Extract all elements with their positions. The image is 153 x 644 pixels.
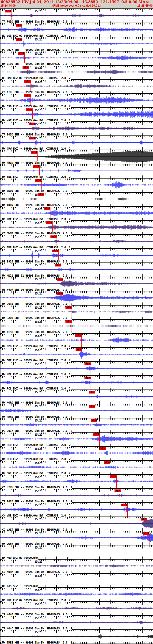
pick-flag[interactable]: ×T 4 bbox=[115, 490, 121, 492]
pick-flag[interactable]: ×T 4 bbox=[24, 94, 31, 97]
pick-flag[interactable]: ×T 4 bbox=[121, 504, 128, 506]
time-tick-label: 15:25 bbox=[34, 461, 42, 464]
time-tick-label: 15:25 bbox=[34, 334, 42, 338]
trace-panel: 15:25 ×T 4 UW UWFH EHZ -- 99999.0km BW H… bbox=[0, 531, 153, 545]
trace-panel: 15:25 TA M04C BHZ -- 99999.0km BW HIGHPA… bbox=[0, 615, 153, 630]
pick-flag[interactable]: ×T 4 bbox=[26, 108, 33, 111]
pick-flag[interactable]: ×T 4 bbox=[141, 518, 147, 520]
trace-panel: 15:25 ×T 4 NC LBC EHZ -- 99999.0km BW HI… bbox=[0, 206, 153, 220]
trace-panel: 15:25 ×T 4 UW OSD EHZ -- 99999.0km BW HI… bbox=[0, 93, 153, 107]
trace-label: CC CIHL BHZ -- 99999.0km BW HIGHPASS 2.0… bbox=[2, 91, 72, 94]
pick-flag[interactable]: ×T 4 bbox=[143, 532, 150, 535]
pick-flag[interactable]: ×T 4 bbox=[84, 362, 91, 365]
pick-flag[interactable]: ×T 4 bbox=[52, 250, 59, 252]
trace-label: UW WISH BHZ -- 99999.0km BW HIGHPASS 2.0… bbox=[2, 331, 72, 334]
event-summary-line: 60826522 UW Jul 24, 2014 15:25:04.00 45.… bbox=[0, 0, 153, 4]
trace-label: UW MORO EHZ -- 99999.0km BW HIGHPASS 2.0… bbox=[2, 401, 72, 404]
pick-flag[interactable]: ×T 4 bbox=[22, 66, 29, 69]
trace-panel: 15:25 ×T 4 UW RADR BHZ -- 99999.0km BW H… bbox=[0, 305, 153, 319]
pick-flag[interactable]: ×T 4 bbox=[46, 221, 53, 224]
pick-flag[interactable]: ×T 4 bbox=[5, 10, 11, 12]
pick-flag[interactable]: ×T 4 bbox=[29, 137, 35, 140]
pick-flag[interactable]: ×T 4 bbox=[65, 306, 72, 309]
trace-panel: 15:25 ×T 4 PB B017 EHZ -- 99999.0km BW H… bbox=[0, 418, 153, 432]
pick-flag[interactable]: ×T 4 bbox=[89, 391, 95, 394]
trace-label: UW OSD EHZ -- 99999.0km BW HIGHPASS 2.0 … bbox=[2, 105, 71, 108]
pick-flag[interactable]: ×T 4 bbox=[65, 320, 72, 323]
pick-flag[interactable]: ×T 4 bbox=[29, 122, 35, 125]
trace-label: UW RRHS EHZ -- 99999.0km BW HIGHPASS 2.0… bbox=[2, 416, 72, 418]
trace-panel: 15:25 BK MOD BHZ 00 99999.0km bbox=[0, 545, 153, 559]
trace-label: UW JQRV EHZ -- 99999.0km BW HIGHPASS 2.0… bbox=[2, 302, 72, 306]
time-tick-label: 15:25 bbox=[34, 306, 42, 309]
trace-panel: 15:25 ×T 4 UW CPW EHZ -- 99999.0km BW HI… bbox=[0, 136, 153, 150]
trace-panel: 15:25 ×T 4 UW RCS EHZ -- 99999.0km BW HI… bbox=[0, 376, 153, 390]
time-tick-label: 15:25 bbox=[34, 278, 42, 281]
pick-flag[interactable]: ×T 4 bbox=[84, 376, 91, 380]
trace-label: TA I02D BHZ -- 99999.0km BW HIGHPASS 2.0… bbox=[2, 500, 72, 503]
time-tick-label: 15:25 bbox=[34, 405, 42, 408]
pick-flag[interactable]: ×T 4 bbox=[33, 165, 40, 168]
pick-flag[interactable]: ×T 4 bbox=[55, 264, 61, 266]
trace-label: CC VALT BHZ -- 99999.0km BW HIGHPASS 2.0… bbox=[2, 528, 72, 531]
window-end-time: 15:25:55.00 bbox=[137, 4, 153, 8]
time-tick-label: 15:25 bbox=[34, 602, 42, 606]
time-tick-label: 15:25 bbox=[34, 348, 42, 352]
trace-panel: 15:25 ×T 4 UW RER EHZ -- 99999.0km BW HI… bbox=[0, 432, 153, 446]
pick-flag[interactable]: ×T 4 bbox=[24, 80, 31, 83]
time-tick-label: 15:25 bbox=[34, 52, 42, 55]
pick-flag[interactable]: ×T 4 bbox=[44, 207, 50, 210]
time-tick-label: 15:25 bbox=[34, 362, 42, 366]
trace-panel: 15:25 ×T 4 TA F05D BHZ -- 99999.0km BW H… bbox=[0, 8, 153, 22]
event-summary-text: 60826522 UW Jul 24, 2014 15:25:04.00 45.… bbox=[1, 0, 153, 4]
trace-panel: 15:25 ×T 4 CC CIHL BHZ -- 99999.0km BW H… bbox=[0, 79, 153, 93]
trace-panel: 15:25 ×T 4 CN VDB EHZ -- 99999.0km BW HI… bbox=[0, 502, 153, 516]
pick-flag[interactable]: ×T 4 bbox=[16, 24, 22, 26]
time-tick-label: 15:25 bbox=[34, 490, 42, 493]
trace-label: TA F05D BHZ -- 99999.0km BW HIGHPASS 2.0… bbox=[2, 20, 72, 23]
pick-flag[interactable]: ×T 4 bbox=[89, 405, 95, 408]
trace-label: UW EPH EHZ -- 99999.0km BW HIGHPASS 2.0 … bbox=[2, 345, 71, 348]
pick-flag[interactable]: ×T 4 bbox=[57, 278, 63, 280]
trace-label: BK MOD BHZ 00 99999.0km bbox=[2, 556, 38, 560]
pick-flag[interactable]: ×T 4 bbox=[93, 433, 100, 436]
window-time-line: 15:24:44.00 (RMS noise over 6.0 s scaled… bbox=[0, 4, 153, 8]
pick-flag[interactable]: ×T 4 bbox=[110, 475, 117, 478]
time-tick-label: 15:25 bbox=[34, 433, 42, 436]
trace-label: PB B927 EHZ -- 99999.0km BW HIGHPASS 2.0… bbox=[2, 48, 72, 52]
pick-flag[interactable]: ×T 4 bbox=[104, 461, 110, 464]
trace-panel: 15:25 ×T 4 CC HIYU EHZ -- 99999.0km BW H… bbox=[0, 474, 153, 488]
pick-flag[interactable]: ×T 4 bbox=[75, 334, 82, 337]
time-tick-label: 15:25 bbox=[34, 108, 42, 112]
pick-flag[interactable]: ×T 4 bbox=[76, 348, 82, 351]
trace-panel: 15:25 ×T 4 UW IRON HHZ -- 99999.0km BW H… bbox=[0, 192, 153, 206]
trace-label: UW SNI EHZ -- 99999.0km BW HIGHPASS 2.0 … bbox=[2, 472, 71, 475]
trace-label: UW RED EHZ -- 99999.0km BW HIGHPASS 2.0 … bbox=[2, 458, 71, 461]
trace-list: 15:25 ×T 4 TA F05D BHZ -- 99999.0km BW H… bbox=[0, 8, 153, 644]
trace-label: UW RER EHZ -- 99999.0km BW HIGHPASS 2.0 … bbox=[2, 444, 71, 447]
trace-label: UW LKWV EHZ -- 99999.0km BW HIGHPASS 2.0… bbox=[2, 190, 72, 193]
trace-label: UW PHIN HHZ -- 99999.0km BW HIGHPASS 2.0… bbox=[2, 161, 72, 164]
trace-label: CN EDB BHZ -- 99999.0km BW HIGHPASS 2.0 … bbox=[2, 246, 71, 249]
window-start-time: 15:24:44.00 bbox=[0, 4, 16, 8]
trace-panel: 15:25 UW TREE HHZ -- 99999.0km BW HIGHPA… bbox=[0, 630, 153, 644]
pick-flag[interactable]: ×T 4 bbox=[37, 193, 44, 196]
pick-flag[interactable]: ×T 4 bbox=[16, 38, 22, 41]
pick-flag[interactable]: ×T 4 bbox=[31, 151, 37, 154]
pick-flag[interactable]: ×T 4 bbox=[100, 447, 106, 450]
pick-flag[interactable]: ×T 4 bbox=[91, 419, 97, 422]
trace-label: US WVOR BHZ 00 99999.0km BW HIGHPASS 2.0… bbox=[2, 288, 72, 292]
time-tick-label: 15:25 bbox=[34, 250, 42, 253]
pick-flag[interactable]: ×T 4 bbox=[35, 179, 41, 182]
time-tick-label: 15:25 bbox=[34, 10, 42, 13]
pick-flag[interactable]: ×T 4 bbox=[50, 236, 57, 238]
trace-panel: 15:25 NC LAS SHZ -- 99999.0km bbox=[0, 573, 153, 587]
pick-flag[interactable]: ×T 4 bbox=[57, 292, 63, 295]
trace-panel: 15:25 ×T 4 UW RED EHZ -- 99999.0km BW HI… bbox=[0, 446, 153, 460]
time-tick-label: 15:25 bbox=[34, 94, 42, 98]
trace-label: PB B926 EHZ -- 99999.0km BW HIGHPASS 2.0… bbox=[2, 260, 72, 263]
pick-flag[interactable]: ×T 4 bbox=[18, 52, 25, 55]
trace-label: NC LBC EHZ -- 99999.0km BW HIGHPASS 2.0 … bbox=[2, 218, 71, 221]
event-header: 60826522 UW Jul 24, 2014 15:25:04.00 45.… bbox=[0, 0, 153, 8]
trace-label: CC SWNB BHZ -- 99999.0km BW HIGHPASS 2.0… bbox=[2, 232, 72, 235]
